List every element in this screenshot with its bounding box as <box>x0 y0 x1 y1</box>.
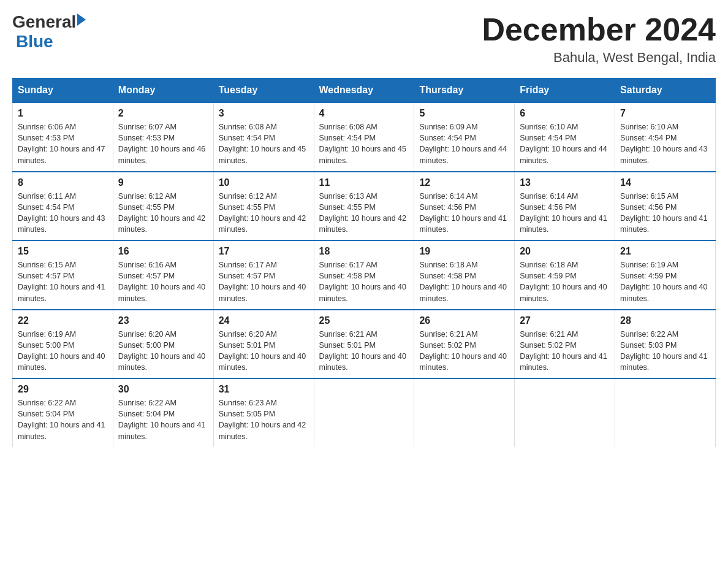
day-number: 11 <box>319 177 409 188</box>
day-number: 4 <box>319 108 409 119</box>
calendar-cell: 17 Sunrise: 6:17 AMSunset: 4:57 PMDaylig… <box>213 240 314 310</box>
calendar-cell: 21 Sunrise: 6:19 AMSunset: 4:59 PMDaylig… <box>615 240 716 310</box>
calendar-week-row: 8 Sunrise: 6:11 AMSunset: 4:54 PMDayligh… <box>13 172 716 241</box>
day-number: 26 <box>419 315 509 326</box>
calendar-cell: 5 Sunrise: 6:09 AMSunset: 4:54 PMDayligh… <box>414 102 515 172</box>
day-number: 23 <box>118 315 208 326</box>
calendar-cell: 9 Sunrise: 6:12 AMSunset: 4:55 PMDayligh… <box>113 172 213 241</box>
day-info: Sunrise: 6:17 AMSunset: 4:58 PMDaylight:… <box>319 259 409 304</box>
calendar-cell: 2 Sunrise: 6:07 AMSunset: 4:53 PMDayligh… <box>113 102 213 172</box>
calendar-cell: 18 Sunrise: 6:17 AMSunset: 4:58 PMDaylig… <box>314 240 414 310</box>
calendar-cell: 7 Sunrise: 6:10 AMSunset: 4:54 PMDayligh… <box>615 102 716 172</box>
day-info: Sunrise: 6:21 AMSunset: 5:01 PMDaylight:… <box>319 329 409 373</box>
calendar-cell <box>615 378 716 447</box>
day-info: Sunrise: 6:18 AMSunset: 4:58 PMDaylight:… <box>419 259 509 304</box>
month-title: December 2024 <box>482 12 716 47</box>
calendar-cell: 30 Sunrise: 6:22 AMSunset: 5:04 PMDaylig… <box>113 378 213 447</box>
calendar-cell <box>314 378 414 447</box>
calendar-cell: 31 Sunrise: 6:23 AMSunset: 5:05 PMDaylig… <box>213 378 314 447</box>
calendar-cell: 16 Sunrise: 6:16 AMSunset: 4:57 PMDaylig… <box>113 240 213 310</box>
column-header-monday: Monday <box>113 79 213 103</box>
calendar-cell: 8 Sunrise: 6:11 AMSunset: 4:54 PMDayligh… <box>13 172 113 241</box>
calendar-cell: 27 Sunrise: 6:21 AMSunset: 5:02 PMDaylig… <box>515 310 615 379</box>
logo-arrow-icon <box>77 13 86 26</box>
day-info: Sunrise: 6:23 AMSunset: 5:05 PMDaylight:… <box>219 397 309 442</box>
day-info: Sunrise: 6:15 AMSunset: 4:56 PMDaylight:… <box>620 191 710 236</box>
logo-blue-text: Blue <box>16 32 53 52</box>
day-number: 20 <box>520 246 610 257</box>
day-info: Sunrise: 6:19 AMSunset: 5:00 PMDaylight:… <box>18 329 108 373</box>
column-header-wednesday: Wednesday <box>314 79 414 103</box>
day-number: 1 <box>18 108 108 119</box>
column-header-thursday: Thursday <box>414 79 515 103</box>
calendar-cell: 4 Sunrise: 6:08 AMSunset: 4:54 PMDayligh… <box>314 102 414 172</box>
day-number: 3 <box>219 108 309 119</box>
day-number: 29 <box>18 384 108 395</box>
day-number: 16 <box>118 246 208 257</box>
calendar-cell: 12 Sunrise: 6:14 AMSunset: 4:56 PMDaylig… <box>414 172 515 241</box>
day-info: Sunrise: 6:15 AMSunset: 4:57 PMDaylight:… <box>18 259 108 304</box>
day-number: 25 <box>319 315 409 326</box>
day-number: 9 <box>118 177 208 188</box>
day-info: Sunrise: 6:08 AMSunset: 4:54 PMDaylight:… <box>219 121 309 166</box>
day-number: 15 <box>18 246 108 257</box>
logo-general-text: General <box>12 12 76 32</box>
day-info: Sunrise: 6:12 AMSunset: 4:55 PMDaylight:… <box>219 191 309 236</box>
day-number: 24 <box>219 315 309 326</box>
day-info: Sunrise: 6:07 AMSunset: 4:53 PMDaylight:… <box>118 121 208 166</box>
day-info: Sunrise: 6:10 AMSunset: 4:54 PMDaylight:… <box>620 121 710 166</box>
calendar-cell: 19 Sunrise: 6:18 AMSunset: 4:58 PMDaylig… <box>414 240 515 310</box>
day-info: Sunrise: 6:22 AMSunset: 5:03 PMDaylight:… <box>620 329 710 373</box>
logo: General Blue <box>12 12 86 52</box>
day-info: Sunrise: 6:09 AMSunset: 4:54 PMDaylight:… <box>419 121 509 166</box>
column-header-saturday: Saturday <box>615 79 716 103</box>
day-number: 12 <box>419 177 509 188</box>
calendar-cell: 13 Sunrise: 6:14 AMSunset: 4:56 PMDaylig… <box>515 172 615 241</box>
day-number: 7 <box>620 108 710 119</box>
title-block: December 2024 Bahula, West Bengal, India <box>482 12 716 66</box>
calendar-cell: 24 Sunrise: 6:20 AMSunset: 5:01 PMDaylig… <box>213 310 314 379</box>
day-number: 6 <box>520 108 610 119</box>
day-number: 17 <box>219 246 309 257</box>
page-header: General Blue December 2024 Bahula, West … <box>12 12 716 66</box>
day-info: Sunrise: 6:22 AMSunset: 5:04 PMDaylight:… <box>118 397 208 442</box>
day-info: Sunrise: 6:16 AMSunset: 4:57 PMDaylight:… <box>118 259 208 304</box>
calendar-cell: 22 Sunrise: 6:19 AMSunset: 5:00 PMDaylig… <box>13 310 113 379</box>
day-info: Sunrise: 6:10 AMSunset: 4:54 PMDaylight:… <box>520 121 610 166</box>
calendar-table: SundayMondayTuesdayWednesdayThursdayFrid… <box>12 78 716 447</box>
day-info: Sunrise: 6:17 AMSunset: 4:57 PMDaylight:… <box>219 259 309 304</box>
day-info: Sunrise: 6:13 AMSunset: 4:55 PMDaylight:… <box>319 191 409 236</box>
calendar-cell: 20 Sunrise: 6:18 AMSunset: 4:59 PMDaylig… <box>515 240 615 310</box>
day-info: Sunrise: 6:19 AMSunset: 4:59 PMDaylight:… <box>620 259 710 304</box>
calendar-week-row: 1 Sunrise: 6:06 AMSunset: 4:53 PMDayligh… <box>13 102 716 172</box>
column-header-sunday: Sunday <box>13 79 113 103</box>
calendar-week-row: 29 Sunrise: 6:22 AMSunset: 5:04 PMDaylig… <box>13 378 716 447</box>
day-number: 10 <box>219 177 309 188</box>
day-number: 8 <box>18 177 108 188</box>
day-info: Sunrise: 6:20 AMSunset: 5:01 PMDaylight:… <box>219 329 309 373</box>
day-number: 18 <box>319 246 409 257</box>
day-info: Sunrise: 6:21 AMSunset: 5:02 PMDaylight:… <box>419 329 509 373</box>
day-number: 22 <box>18 315 108 326</box>
calendar-cell: 28 Sunrise: 6:22 AMSunset: 5:03 PMDaylig… <box>615 310 716 379</box>
calendar-cell <box>414 378 515 447</box>
calendar-header-row: SundayMondayTuesdayWednesdayThursdayFrid… <box>13 79 716 103</box>
column-header-friday: Friday <box>515 79 615 103</box>
day-info: Sunrise: 6:14 AMSunset: 4:56 PMDaylight:… <box>520 191 610 236</box>
day-number: 27 <box>520 315 610 326</box>
calendar-week-row: 15 Sunrise: 6:15 AMSunset: 4:57 PMDaylig… <box>13 240 716 310</box>
day-info: Sunrise: 6:18 AMSunset: 4:59 PMDaylight:… <box>520 259 610 304</box>
day-number: 31 <box>219 384 309 395</box>
calendar-cell: 14 Sunrise: 6:15 AMSunset: 4:56 PMDaylig… <box>615 172 716 241</box>
day-number: 21 <box>620 246 710 257</box>
day-number: 2 <box>118 108 208 119</box>
day-number: 14 <box>620 177 710 188</box>
day-number: 13 <box>520 177 610 188</box>
calendar-cell: 1 Sunrise: 6:06 AMSunset: 4:53 PMDayligh… <box>13 102 113 172</box>
calendar-cell <box>515 378 615 447</box>
day-number: 19 <box>419 246 509 257</box>
day-number: 28 <box>620 315 710 326</box>
calendar-cell: 25 Sunrise: 6:21 AMSunset: 5:01 PMDaylig… <box>314 310 414 379</box>
location-subtitle: Bahula, West Bengal, India <box>482 50 716 66</box>
calendar-cell: 6 Sunrise: 6:10 AMSunset: 4:54 PMDayligh… <box>515 102 615 172</box>
